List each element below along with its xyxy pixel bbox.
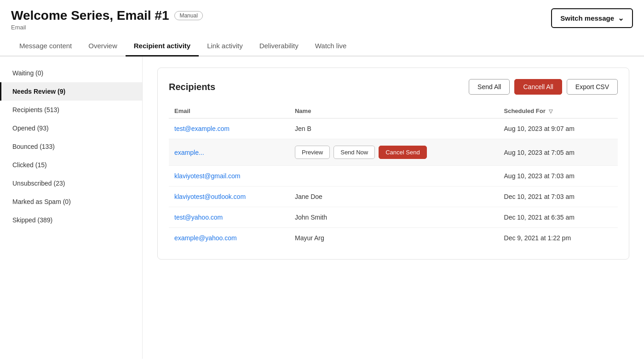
recipients-title: Recipients bbox=[169, 82, 215, 92]
table-header-row: Email Name Scheduled For ▽ bbox=[169, 104, 618, 119]
tab-recipient-activity[interactable]: Recipient activity bbox=[126, 36, 199, 57]
sidebar-item-bounced[interactable]: Bounced (133) bbox=[0, 137, 142, 156]
table-head: Email Name Scheduled For ▽ bbox=[169, 104, 618, 119]
tab-deliverability[interactable]: Deliverability bbox=[251, 36, 307, 57]
table-row: klaviyotest@gmail.com Aug 10, 2023 at 7:… bbox=[169, 166, 618, 187]
cell-email: klaviyotest@gmail.com bbox=[169, 166, 289, 187]
sidebar-item-opened[interactable]: Opened (93) bbox=[0, 119, 142, 137]
email-link[interactable]: test@example.com bbox=[174, 125, 230, 132]
main-layout: Waiting (0) Needs Review (9) Recipients … bbox=[0, 57, 644, 359]
cancel-send-button[interactable]: Cancel Send bbox=[379, 146, 426, 159]
cell-name: Mayur Arg bbox=[289, 228, 499, 249]
recipients-panel-header: Recipients Send All Cancell All Export C… bbox=[169, 79, 618, 95]
email-link[interactable]: example... bbox=[174, 149, 204, 156]
export-csv-button[interactable]: Export CSV bbox=[567, 79, 618, 95]
email-link[interactable]: test@yahoo.com bbox=[174, 214, 223, 221]
cell-name-actions: Preview Send Now Cancel Send bbox=[289, 139, 499, 166]
cell-email: test@yahoo.com bbox=[169, 207, 289, 228]
recipients-panel: Recipients Send All Cancell All Export C… bbox=[157, 68, 629, 260]
cell-scheduled: Aug 10, 2023 at 7:03 am bbox=[499, 166, 618, 187]
col-scheduled-for[interactable]: Scheduled For ▽ bbox=[499, 104, 618, 119]
email-link[interactable]: klaviyotest@outlook.com bbox=[174, 193, 246, 200]
page-subtitle: Email bbox=[11, 24, 203, 31]
chevron-down-icon: ⌄ bbox=[618, 14, 624, 23]
cell-email: test@example.com bbox=[169, 119, 289, 139]
sidebar-item-clicked[interactable]: Clicked (15) bbox=[0, 156, 142, 174]
col-name: Name bbox=[289, 104, 499, 119]
cell-name: Jen B bbox=[289, 119, 499, 139]
cancel-all-button[interactable]: Cancell All bbox=[514, 79, 562, 95]
col-email: Email bbox=[169, 104, 289, 119]
sidebar-item-recipients[interactable]: Recipients (513) bbox=[0, 101, 142, 119]
cell-scheduled: Aug 10, 2023 at 7:05 am bbox=[499, 139, 618, 166]
send-all-button[interactable]: Send All bbox=[469, 79, 510, 95]
tab-message-content[interactable]: Message content bbox=[11, 36, 80, 57]
main-content: Recipients Send All Cancell All Export C… bbox=[143, 57, 644, 359]
cell-scheduled: Dec 10, 2021 at 7:03 am bbox=[499, 187, 618, 207]
switch-message-button[interactable]: Switch message ⌄ bbox=[551, 8, 633, 28]
switch-message-label: Switch message bbox=[560, 14, 614, 22]
sidebar: Waiting (0) Needs Review (9) Recipients … bbox=[0, 57, 143, 359]
table-row: example@yahoo.com Mayur Arg Dec 9, 2021 … bbox=[169, 228, 618, 249]
email-link[interactable]: klaviyotest@gmail.com bbox=[174, 172, 240, 180]
manual-badge: Manual bbox=[174, 11, 202, 20]
sort-icon: ▽ bbox=[549, 108, 552, 114]
nav-tabs: Message content Overview Recipient activ… bbox=[0, 36, 644, 57]
tab-watch-live[interactable]: Watch live bbox=[307, 36, 355, 57]
sidebar-item-marked-spam[interactable]: Marked as Spam (0) bbox=[0, 192, 142, 211]
recipients-actions: Send All Cancell All Export CSV bbox=[469, 79, 618, 95]
table-body: test@example.com Jen B Aug 10, 2023 at 9… bbox=[169, 119, 618, 249]
sidebar-item-skipped[interactable]: Skipped (389) bbox=[0, 211, 142, 229]
table-row: test@yahoo.com John Smith Dec 10, 2021 a… bbox=[169, 207, 618, 228]
header-left: Welcome Series, Email #1 Manual Email bbox=[11, 8, 203, 31]
tab-overview[interactable]: Overview bbox=[80, 36, 126, 57]
page-title: Welcome Series, Email #1 Manual bbox=[11, 8, 203, 23]
cell-email: klaviyotest@outlook.com bbox=[169, 187, 289, 207]
tab-link-activity[interactable]: Link activity bbox=[199, 36, 251, 57]
sidebar-item-unsubscribed[interactable]: Unsubscribed (23) bbox=[0, 174, 142, 192]
sidebar-item-waiting[interactable]: Waiting (0) bbox=[0, 64, 142, 82]
cell-scheduled: Dec 9, 2021 at 1:22 pm bbox=[499, 228, 618, 249]
page-header: Welcome Series, Email #1 Manual Email Sw… bbox=[0, 0, 644, 31]
table-row: example... Preview Send Now Cancel Send … bbox=[169, 139, 618, 166]
cell-scheduled: Aug 10, 2023 at 9:07 am bbox=[499, 119, 618, 139]
email-link[interactable]: example@yahoo.com bbox=[174, 234, 237, 242]
cell-email: example@yahoo.com bbox=[169, 228, 289, 249]
cell-name: John Smith bbox=[289, 207, 499, 228]
sidebar-item-needs-review[interactable]: Needs Review (9) bbox=[0, 82, 142, 101]
cell-email: example... bbox=[169, 139, 289, 166]
send-now-button[interactable]: Send Now bbox=[334, 146, 375, 159]
title-text: Welcome Series, Email #1 bbox=[11, 8, 169, 23]
table-row: test@example.com Jen B Aug 10, 2023 at 9… bbox=[169, 119, 618, 139]
cell-scheduled: Dec 10, 2021 at 6:35 am bbox=[499, 207, 618, 228]
preview-button[interactable]: Preview bbox=[295, 146, 330, 159]
cell-name bbox=[289, 166, 499, 187]
recipients-table: Email Name Scheduled For ▽ bbox=[169, 104, 618, 248]
row-actions: Preview Send Now Cancel Send bbox=[295, 146, 493, 159]
cell-name: Jane Doe bbox=[289, 187, 499, 207]
table-row: klaviyotest@outlook.com Jane Doe Dec 10,… bbox=[169, 187, 618, 207]
